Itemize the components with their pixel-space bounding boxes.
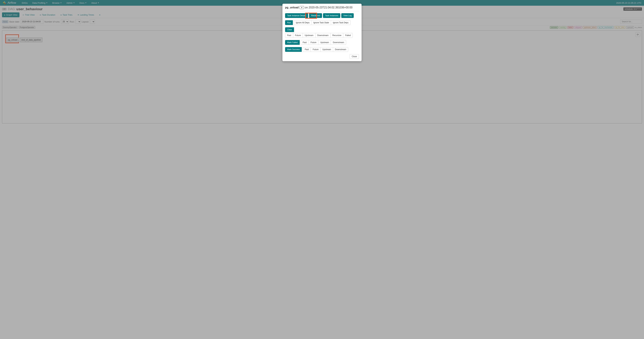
run-button[interactable]: Run (285, 20, 293, 25)
mf-downstream-button[interactable]: Downstream (331, 40, 346, 45)
ignore-all-deps-button[interactable]: Ignore All Deps (294, 20, 312, 25)
clear-downstream-button[interactable]: Downstream (315, 33, 330, 38)
ms-past-button[interactable]: Past (303, 47, 311, 52)
view-log-button[interactable]: View Log (341, 13, 354, 18)
task-instance-modal: pg_unload ▼ on 2020-05-23T21:04:02.39103… (282, 4, 362, 61)
modal-task-id: pg_unload (285, 6, 299, 9)
clear-failed-button[interactable]: Failed (343, 33, 353, 38)
ms-downstream-button[interactable]: Downstream (333, 47, 348, 52)
modal-row-details: Task Instance Details Rendered Task Inst… (285, 13, 359, 18)
ignore-task-state-button[interactable]: Ignore Task State (311, 20, 331, 25)
modal-on: on (305, 6, 308, 9)
modal-overlay[interactable]: pg_unload ▼ on 2020-05-23T21:04:02.39103… (0, 0, 644, 124)
modal-row-run: Run Ignore All Deps Ignore Task State Ig… (285, 20, 359, 25)
modal-row-mark-failed: Mark Failed Past Future Upstream Downstr… (285, 40, 359, 45)
ms-upstream-button[interactable]: Upstream (320, 47, 333, 52)
mf-past-button[interactable]: Past (301, 40, 309, 45)
filter-button[interactable]: ▼ (300, 6, 304, 9)
ignore-task-deps-button[interactable]: Ignore Task Deps (331, 20, 350, 25)
modal-row-mark-success: Mark Success Past Future Upstream Downst… (285, 47, 359, 52)
modal-row-clear: Clear Past Future Upstream Downstream Re… (285, 27, 359, 38)
annotation-highlight-rendered (305, 13, 317, 18)
mark-failed-button[interactable]: Mark Failed (285, 40, 300, 45)
modal-datetime: 2020-05-23T21:04:02.391036+00:00 (309, 6, 352, 9)
task-instances-button[interactable]: Task Instances (323, 13, 340, 18)
filter-icon: ▼ (301, 6, 303, 8)
clear-button[interactable]: Clear (285, 27, 294, 32)
clear-past-button[interactable]: Past (285, 33, 293, 38)
mf-upstream-button[interactable]: Upstream (318, 40, 331, 45)
modal-footer: Close (285, 54, 359, 59)
mf-future-button[interactable]: Future (308, 40, 318, 45)
close-button[interactable]: Close (350, 54, 359, 59)
mark-success-button[interactable]: Mark Success (285, 47, 302, 52)
ms-future-button[interactable]: Future (310, 47, 320, 52)
clear-upstream-button[interactable]: Upstream (303, 33, 316, 38)
modal-header: pg_unload ▼ on 2020-05-23T21:04:02.39103… (285, 6, 359, 11)
clear-future-button[interactable]: Future (293, 33, 303, 38)
clear-recursive-button[interactable]: Recursive (330, 33, 343, 38)
task-instance-details-button[interactable]: Task Instance Details (285, 13, 308, 18)
